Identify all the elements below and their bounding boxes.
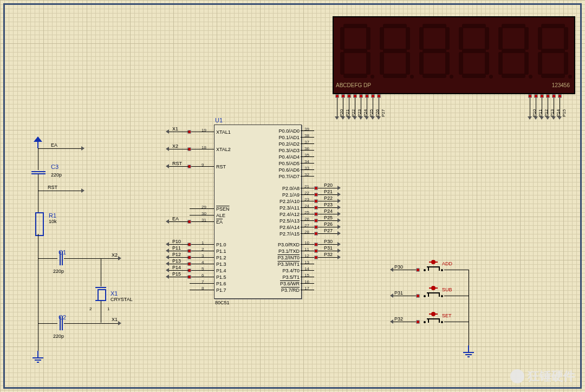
wire	[38, 234, 38, 353]
wire	[318, 188, 337, 188]
net-arrow-icon	[337, 199, 341, 203]
ic-pin-label: P0.5/AD5	[278, 161, 300, 166]
net-label: P15	[171, 271, 182, 277]
net-arrow-icon	[81, 188, 84, 193]
probe-pin[interactable]	[314, 219, 318, 223]
probe-pin[interactable]	[314, 186, 318, 190]
probe-pin[interactable]	[546, 94, 550, 98]
wire	[301, 244, 314, 245]
probe-pin[interactable]	[371, 94, 375, 98]
probe-pin[interactable]	[353, 94, 357, 98]
wire	[190, 132, 214, 132]
net-label: EA	[171, 216, 180, 221]
wire	[169, 270, 188, 271]
wire	[301, 169, 314, 170]
wire	[393, 322, 417, 322]
x1-val: CRYSTAL	[110, 297, 133, 302]
wire	[444, 322, 469, 322]
wire	[190, 251, 214, 251]
resistor-r1[interactable]	[35, 212, 44, 236]
probe-pin[interactable]	[377, 94, 381, 98]
probe-pin[interactable]	[314, 212, 318, 216]
wire	[301, 156, 314, 157]
wire	[38, 148, 81, 149]
probe-pin[interactable]	[416, 268, 420, 272]
net-arrow-icon	[534, 116, 538, 120]
probe-pin[interactable]	[314, 193, 318, 197]
push-button[interactable]	[422, 318, 444, 326]
net-arrow-icon	[341, 116, 345, 120]
push-button[interactable]	[422, 266, 444, 274]
watermark-text: 狂锤硬件	[528, 368, 575, 384]
wire	[301, 220, 314, 221]
pin-num: 2	[89, 306, 92, 311]
x1-ref: X1	[110, 290, 118, 297]
wire	[301, 188, 314, 188]
ic-pin-label: P0.7/AD7	[278, 174, 300, 179]
probe-pin[interactable]	[314, 199, 318, 203]
net-label: P15	[562, 109, 567, 117]
wire	[101, 258, 101, 286]
c3-val: 220p	[51, 172, 62, 178]
probe-pin[interactable]	[314, 232, 318, 236]
vcc-symbol	[34, 136, 42, 143]
probe-pin[interactable]	[341, 94, 345, 98]
ic-pin-label: P0.6/AD6	[278, 167, 300, 173]
net-label: P11	[171, 245, 182, 251]
ic-pin-label: P3.7/RD	[281, 288, 300, 293]
ic-pin-label: XTAL2	[216, 147, 231, 152]
probe-pin[interactable]	[347, 94, 351, 98]
net-label: P31	[323, 245, 334, 251]
probe-pin[interactable]	[540, 94, 544, 98]
net-arrow-icon	[551, 116, 556, 120]
ic-pin-label: P1.0	[216, 242, 226, 247]
logo-icon	[510, 369, 524, 383]
probe-pin[interactable]	[528, 94, 532, 98]
net-rst: RST	[47, 185, 58, 190]
probe-pin[interactable]	[314, 225, 318, 229]
ic-pin-label: P2.5/A13	[280, 218, 300, 224]
net-arrow-icon	[166, 219, 169, 224]
wire	[301, 207, 314, 208]
net-label: P32	[393, 316, 404, 322]
probe-pin[interactable]	[314, 206, 318, 210]
probe-pin[interactable]	[359, 94, 363, 98]
seven-seg-display[interactable]: ABCDEFG DP 123456	[333, 16, 575, 94]
wire	[548, 98, 548, 116]
net-arrow-icon	[370, 116, 375, 120]
wire	[301, 290, 314, 290]
net-arrow-icon	[337, 225, 341, 229]
push-button[interactable]	[422, 292, 444, 300]
probe-pin[interactable]	[314, 243, 318, 246]
wire	[169, 221, 188, 222]
ic-pin-label: P1.3	[216, 262, 226, 267]
net-label: P30	[323, 239, 334, 244]
crystal-x1[interactable]	[95, 286, 106, 302]
wire	[318, 194, 337, 195]
button-label: ADD	[441, 261, 453, 266]
probe-pin[interactable]	[314, 249, 318, 253]
button-label: SET	[441, 313, 453, 318]
wire	[393, 270, 417, 270]
wire	[169, 166, 188, 167]
probe-pin[interactable]	[365, 94, 369, 98]
net-arrow-icon	[166, 129, 169, 134]
probe-pin[interactable]	[534, 94, 538, 98]
ic-80c51[interactable]: XTAL1XTAL2RSTPSENALEEAP1.0P1.1P1.2P1.3P1…	[214, 125, 302, 299]
probe-pin[interactable]	[558, 94, 562, 98]
wire	[318, 220, 337, 221]
capacitor-c3[interactable]	[31, 169, 46, 177]
probe-pin[interactable]	[552, 94, 556, 98]
ic-part: 80C51	[215, 300, 230, 305]
probe-pin[interactable]	[416, 294, 420, 298]
wire	[301, 143, 314, 144]
net-label: P21	[323, 189, 334, 194]
wire	[318, 214, 337, 214]
net-label: P27	[381, 109, 386, 117]
probe-pin[interactable]	[416, 320, 420, 324]
wire	[536, 98, 536, 116]
ic-pin-label: P2.6/A14	[280, 225, 300, 230]
probe-pin[interactable]	[314, 256, 318, 259]
probe-pin[interactable]	[335, 94, 339, 98]
wire	[169, 264, 188, 264]
